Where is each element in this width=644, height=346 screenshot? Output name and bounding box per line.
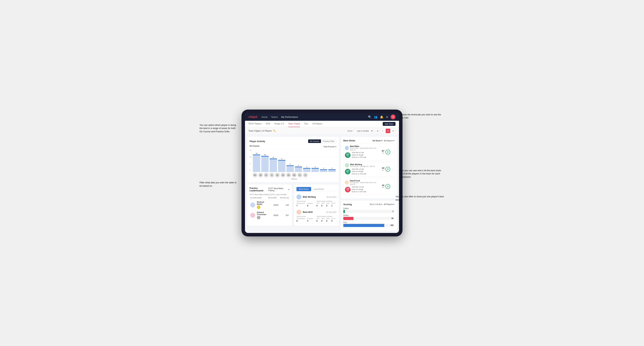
sc-filter-par[interactable]: Par 3, 4 & 5s ▾: [370, 203, 382, 205]
y-label-0: 0: [250, 169, 251, 171]
active-player-2-info: Rees Britt: [296, 210, 313, 215]
sc-filter-players[interactable]: All Players ▾: [384, 203, 394, 205]
subnav-team-clippd[interactable]: Team Clippd: [288, 121, 300, 127]
annotation-bottom-right: You can also filter to show just one pla…: [396, 195, 444, 201]
player-avatar-dford[interactable]: DF: [264, 173, 268, 177]
add-team-button[interactable]: Add Team: [383, 122, 396, 126]
lb-dropdown[interactable]: PUTT Must Make Putting ... ▾: [268, 187, 290, 191]
active-player-1-header: Blair McHarg 26 Aug 2023: [296, 194, 336, 199]
view-settings-button[interactable]: ⚙: [391, 129, 396, 133]
subnav-all-players[interactable]: All Players: [312, 121, 322, 127]
activity-card-header: Player Activity On Course Practice Drill…: [250, 139, 336, 143]
active-player-2-avatar: [296, 210, 301, 215]
scoring-row-eagles: Eagles 3: [343, 207, 394, 213]
lb-header: Practice Leaderboards PUTT Must Make Put…: [250, 187, 290, 192]
lb-subtitle: PUTT Must Make Putting (3-6 ft), Last 3 …: [250, 194, 290, 195]
tab-least-active[interactable]: Least Active: [311, 187, 326, 191]
player-avatar-rbutler[interactable]: RB: [286, 173, 291, 177]
active-player-2-name: Rees Britt: [303, 211, 313, 213]
player-avatar-eebert[interactable]: EE: [275, 173, 280, 177]
shot-2-badge: 200 SG: [345, 169, 350, 174]
avatar[interactable]: U: [390, 114, 396, 119]
player-avatar-jcoles[interactable]: JC: [270, 173, 274, 177]
lb-avg-1: 110: [280, 204, 289, 206]
active-player-2: Rees Britt 02 Sep 2023 Total Rounds: [296, 208, 336, 223]
gridline-top: [252, 149, 336, 150]
y-label-15: 15: [250, 149, 251, 151]
right-column: Best Shots All Shots ▾ All Players ▾: [341, 137, 397, 231]
player-avatar-rbritt[interactable]: RB: [258, 173, 263, 177]
shot-2-header: Blair McHarg 23 Jul 2023 · Ashridge GC, …: [345, 163, 380, 168]
lb-rank-1: 1: [257, 205, 260, 209]
view-grid-button[interactable]: ⊞: [375, 129, 380, 133]
toggle-on-course[interactable]: On Course: [308, 140, 321, 143]
edit-icon[interactable]: ✏️: [273, 130, 276, 132]
bar-eebert: 5: [286, 163, 294, 172]
toggle-practice-drills[interactable]: Practice Drills: [321, 140, 336, 143]
tablet-screen: clippd Home Teams My Performance 🔍 👥 🔔 ⊕…: [245, 113, 399, 233]
team-header: Team Clippd | 14 Players ✏️ Show: Last 3…: [245, 127, 399, 135]
page-wrapper: You can select which player is doing the…: [200, 110, 444, 236]
player-avatar-lrobertson[interactable]: LR: [303, 173, 308, 177]
chart-section-title: On Course: [250, 145, 259, 147]
practice-leaderboards-card: Practice Leaderboards PUTT Must Make Put…: [247, 184, 292, 226]
lb-avg-2: 107: [280, 214, 289, 216]
subnav-pga[interactable]: PGA: [266, 121, 270, 127]
chart-dropdown[interactable]: Total Rounds ▾: [324, 146, 336, 148]
shot-row-3[interactable]: David Ford 24 Aug 2023 · Royal North Dev…: [343, 178, 394, 195]
bar-rbutler: 3: [303, 166, 310, 172]
shot-row-1[interactable]: Matt Miller 09 Jun 2023 · Royal North De…: [343, 144, 394, 160]
bs-chevron-players-icon: ▾: [394, 140, 394, 142]
subnav-pgat[interactable]: PGAT Players: [248, 121, 262, 127]
scoring-row-pars: Pars 499: [343, 221, 394, 227]
lb-row-1[interactable]: Richard Butler 1 19/20 110: [250, 200, 290, 210]
lb-avatar-rbutler: [250, 202, 255, 207]
player-avatar-ecrossman[interactable]: EC: [298, 173, 302, 177]
shot-3-details: 198 SG Shot Dist: 16 yds Start Lie: Roug…: [345, 186, 380, 193]
shot-row-2[interactable]: Blair McHarg 23 Jul 2023 · Ashridge GC, …: [343, 162, 394, 177]
scoring-row-birdies: Birdies 96: [343, 214, 394, 220]
sub-nav: PGAT Players PGA Hcaps 1-5 Team Clippd T…: [245, 121, 399, 127]
shot-1-metric-zero: 0: [385, 150, 390, 155]
annotation-top-left: You can select which player is doing the…: [200, 124, 238, 133]
nav-teams[interactable]: Teams: [271, 116, 278, 118]
eagles-track: 3: [343, 210, 394, 213]
nav-home[interactable]: Home: [262, 116, 268, 118]
birdies-track: 96: [343, 217, 394, 220]
time-filter-select[interactable]: Last 3 months Last month Last 6 months L…: [354, 129, 374, 133]
bs-filter-all-shots[interactable]: All Shots ▾: [372, 140, 382, 142]
active-player-2-stats: Total Rounds Tournament 8 Practice: [296, 216, 336, 222]
player-avatar-mmiller[interactable]: MM: [292, 173, 296, 177]
subnav-hcaps[interactable]: Hcaps 1-5: [274, 121, 284, 127]
best-shots-card: Best Shots All Shots ▾ All Players ▾: [341, 137, 397, 198]
plus-circle-icon[interactable]: ⊕: [386, 115, 388, 119]
player-avatar-gbillingham[interactable]: GB: [281, 173, 285, 177]
bs-filter-all-players[interactable]: All Players ▾: [384, 140, 394, 142]
main-content: Player Activity On Course Practice Drill…: [245, 135, 399, 233]
tab-most-active[interactable]: Most Active: [296, 187, 311, 191]
lb-row-2[interactable]: Edward Crossman 2 18/20 107: [250, 210, 290, 220]
search-icon[interactable]: 🔍: [368, 115, 372, 119]
bell-icon[interactable]: 🔔: [380, 115, 384, 119]
shot-3-metric-1: 16 yds: [382, 184, 384, 189]
tablet-frame: clippd Home Teams My Performance 🔍 👥 🔔 ⊕…: [242, 110, 402, 236]
people-icon[interactable]: 👥: [374, 115, 378, 119]
active-player-1-info: Blair McHarg: [296, 194, 316, 199]
view-list-button[interactable]: ≡: [380, 129, 385, 133]
shot-1-metrics: 67 yds 0: [382, 150, 390, 155]
show-controls: Show: Last 3 months Last month Last 6 mo…: [348, 129, 396, 133]
shot-3-metrics: 16 yds 0: [382, 184, 390, 189]
annotation-middle-right: Here you can see who's hit the best shot…: [399, 169, 444, 178]
logo: clippd: [248, 115, 257, 119]
most-active-card: Most Active Least Active Blair McHarg: [294, 184, 339, 226]
active-player-1-stats: Total Rounds Tournament 7 Practice: [296, 200, 336, 207]
shot-1-meta: 09 Jun 2023 · Royal North Devon GC, Hole…: [350, 147, 380, 151]
pars-label: Pars: [343, 221, 394, 223]
subnav-tour[interactable]: Tour: [304, 121, 308, 127]
view-card-button[interactable]: ♥: [386, 129, 390, 133]
player-avatar-bmcharg[interactable]: BM: [253, 173, 257, 177]
team-title: Team Clippd | 14 Players ✏️: [248, 130, 276, 132]
bs-header: Best Shots All Shots ▾ All Players ▾: [343, 139, 394, 142]
nav-my-performance[interactable]: My Performance: [281, 116, 298, 118]
birdies-value: 96: [392, 217, 394, 219]
